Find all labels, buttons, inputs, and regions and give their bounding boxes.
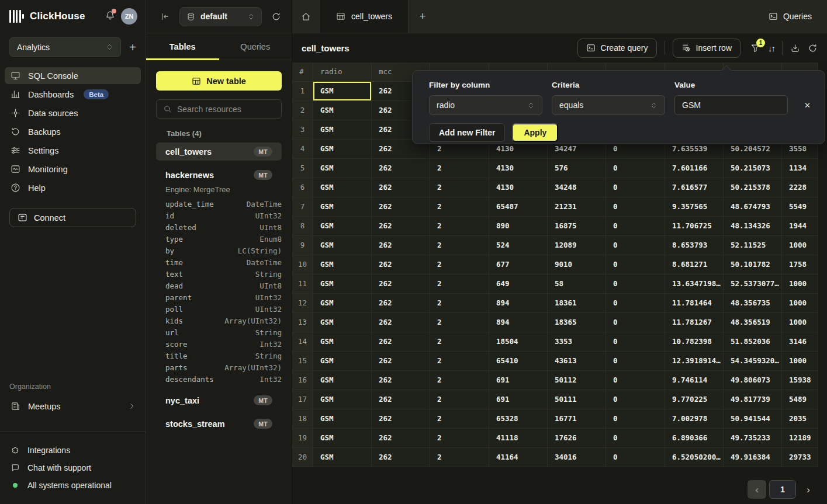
table-cell[interactable]: GSM	[313, 352, 372, 371]
table-list-item-nyc-taxi[interactable]: nyc_taxi MT	[156, 391, 282, 409]
table-cell[interactable]: GSM	[313, 159, 372, 178]
table-cell[interactable]: 2	[430, 352, 489, 371]
table-cell[interactable]: 649	[489, 274, 548, 294]
table-cell[interactable]: 7.601166	[665, 159, 724, 178]
table-cell[interactable]: GSM	[313, 197, 372, 217]
new-tab-button[interactable]: +	[409, 0, 437, 33]
table-cell[interactable]: 2	[430, 217, 489, 236]
row-number[interactable]: 14	[292, 332, 313, 352]
table-cell[interactable]: 890	[489, 217, 548, 236]
page-number-box[interactable]: 1	[769, 480, 796, 499]
row-number[interactable]: 4	[292, 140, 313, 159]
table-cell[interactable]: 48.134326	[724, 217, 782, 236]
table-cell[interactable]: 7.616577	[665, 178, 724, 197]
sort-button[interactable]: ↓↑	[768, 43, 774, 53]
sidebar-item-backups[interactable]: Backups	[5, 123, 141, 140]
table-cell[interactable]: 0	[606, 390, 665, 409]
table-cell[interactable]: 524	[489, 236, 548, 255]
apply-filter-button[interactable]: Apply	[512, 123, 558, 142]
table-cell[interactable]: 262	[372, 159, 430, 178]
table-cell[interactable]: 17626	[548, 429, 606, 448]
table-cell[interactable]: 2228	[782, 178, 818, 197]
collapse-panel-icon[interactable]	[160, 12, 170, 22]
table-cell[interactable]: 12189	[782, 429, 818, 448]
table-cell[interactable]: 2	[430, 429, 489, 448]
table-cell[interactable]: 58	[548, 274, 606, 294]
table-cell[interactable]: 18361	[548, 294, 606, 313]
table-cell[interactable]: GSM	[313, 236, 372, 255]
row-number[interactable]: 12	[292, 294, 313, 313]
add-new-filter-button[interactable]: Add new Filter	[429, 123, 505, 142]
row-number[interactable]: 15	[292, 352, 313, 371]
table-cell[interactable]: 0	[606, 178, 665, 197]
table-cell[interactable]: 11.706725	[665, 217, 724, 236]
refresh-data-button[interactable]	[808, 43, 818, 53]
table-cell[interactable]: 34016	[548, 448, 606, 467]
queries-button[interactable]: Queries	[753, 0, 827, 33]
row-number[interactable]: 1	[292, 82, 313, 101]
table-cell[interactable]: 50111	[548, 390, 606, 409]
table-cell[interactable]: 49.735233	[724, 429, 782, 448]
table-list-item-hackernews[interactable]: hackernews MT	[156, 166, 282, 184]
avatar[interactable]: ZN	[121, 8, 137, 25]
table-cell[interactable]: 2	[430, 236, 489, 255]
table-cell[interactable]: 54.3459320…	[724, 352, 782, 371]
table-cell[interactable]: 29733	[782, 448, 818, 467]
new-table-button[interactable]: New table	[156, 71, 282, 91]
table-cell[interactable]: 0	[606, 255, 665, 274]
table-cell[interactable]: 5549	[782, 197, 818, 217]
sidebar-item-help[interactable]: Help	[5, 179, 141, 196]
table-cell[interactable]: 0	[606, 217, 665, 236]
table-cell[interactable]: GSM	[313, 120, 372, 140]
table-cell[interactable]: 65328	[489, 409, 548, 429]
sidebar-item-monitoring[interactable]: Monitoring	[5, 161, 141, 178]
table-cell[interactable]: 0	[606, 159, 665, 178]
table-cell[interactable]: 9010	[548, 255, 606, 274]
download-button[interactable]	[790, 43, 800, 53]
table-cell[interactable]: 9.746114	[665, 371, 724, 390]
table-cell[interactable]: GSM	[313, 313, 372, 332]
row-number[interactable]: 2	[292, 101, 313, 120]
table-cell[interactable]: 2035	[782, 409, 818, 429]
row-number[interactable]: 7	[292, 197, 313, 217]
table-cell[interactable]: 65487	[489, 197, 548, 217]
table-cell[interactable]: 894	[489, 313, 548, 332]
tab-cell-towers[interactable]: cell_towers	[320, 0, 409, 33]
table-cell[interactable]: 1000	[782, 313, 818, 332]
table-cell[interactable]: 262	[372, 274, 430, 294]
table-cell[interactable]: 262	[372, 332, 430, 352]
table-cell[interactable]: 15938	[782, 371, 818, 390]
table-cell[interactable]: 0	[606, 332, 665, 352]
table-cell[interactable]: 2	[430, 390, 489, 409]
table-cell[interactable]: 13.6347198…	[665, 274, 724, 294]
insert-row-button[interactable]: Insert row	[673, 39, 741, 58]
table-cell[interactable]: 0	[606, 429, 665, 448]
column-header[interactable]: radio	[313, 62, 372, 82]
home-tab[interactable]	[292, 0, 320, 33]
row-number[interactable]: 9	[292, 236, 313, 255]
row-number[interactable]: 8	[292, 217, 313, 236]
table-cell[interactable]: 262	[372, 409, 430, 429]
row-number[interactable]: 20	[292, 448, 313, 467]
table-cell[interactable]: 34248	[548, 178, 606, 197]
table-cell[interactable]: GSM	[313, 274, 372, 294]
integrations-item[interactable]: Integrations	[5, 442, 141, 459]
table-cell[interactable]: 2	[430, 409, 489, 429]
table-cell[interactable]: 2	[430, 255, 489, 274]
row-number[interactable]: 13	[292, 313, 313, 332]
table-cell[interactable]: 2	[430, 197, 489, 217]
system-status-item[interactable]: All systems operational	[5, 477, 141, 494]
notifications-bell-icon[interactable]	[105, 11, 115, 22]
table-cell[interactable]: 262	[372, 255, 430, 274]
table-cell[interactable]: 18365	[548, 313, 606, 332]
row-number[interactable]: 17	[292, 390, 313, 409]
add-workspace-button[interactable]: +	[129, 41, 136, 53]
table-cell[interactable]: 2	[430, 332, 489, 352]
row-number[interactable]: 11	[292, 274, 313, 294]
table-cell[interactable]: 2	[430, 178, 489, 197]
create-query-button[interactable]: Create query	[577, 39, 657, 58]
table-cell[interactable]: 262	[372, 294, 430, 313]
table-cell[interactable]: 50112	[548, 371, 606, 390]
table-cell[interactable]: 2	[430, 274, 489, 294]
table-cell[interactable]: 52.5373077…	[724, 274, 782, 294]
